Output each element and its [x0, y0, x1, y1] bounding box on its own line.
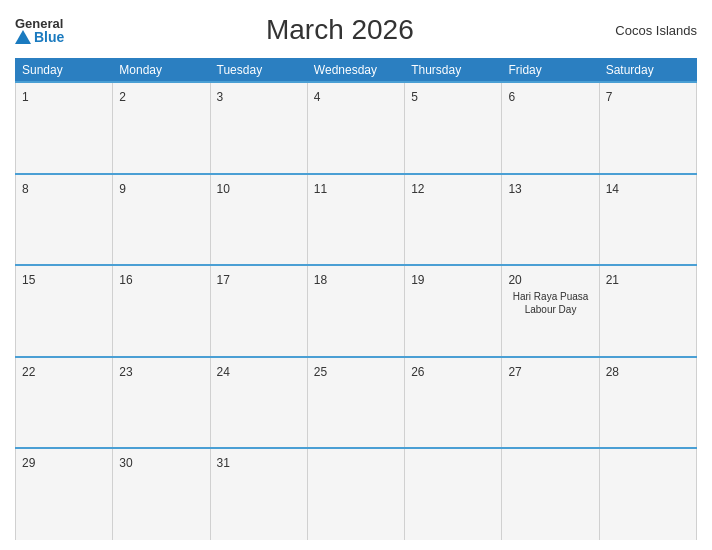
calendar-week-row: 1234567 [16, 82, 697, 174]
calendar-day-cell: 23 [113, 357, 210, 449]
day-number: 7 [606, 90, 613, 104]
day-header-sunday: Sunday [16, 59, 113, 83]
day-number: 29 [22, 456, 35, 470]
day-number: 3 [217, 90, 224, 104]
calendar-day-cell: 20Hari Raya Puasa Labour Day [502, 265, 599, 357]
calendar-day-cell: 4 [307, 82, 404, 174]
calendar-header-row: SundayMondayTuesdayWednesdayThursdayFrid… [16, 59, 697, 83]
day-number: 13 [508, 182, 521, 196]
day-number: 22 [22, 365, 35, 379]
day-number: 23 [119, 365, 132, 379]
day-number: 8 [22, 182, 29, 196]
calendar-day-cell [405, 448, 502, 540]
day-number: 25 [314, 365, 327, 379]
calendar-week-row: 891011121314 [16, 174, 697, 266]
day-number: 31 [217, 456, 230, 470]
calendar-day-cell [307, 448, 404, 540]
calendar-day-cell: 15 [16, 265, 113, 357]
day-number: 21 [606, 273, 619, 287]
calendar-day-cell: 25 [307, 357, 404, 449]
day-header-wednesday: Wednesday [307, 59, 404, 83]
calendar-day-cell: 29 [16, 448, 113, 540]
day-number: 28 [606, 365, 619, 379]
calendar-day-cell: 3 [210, 82, 307, 174]
day-number: 26 [411, 365, 424, 379]
calendar-day-cell: 9 [113, 174, 210, 266]
calendar-day-cell: 11 [307, 174, 404, 266]
calendar-day-cell: 17 [210, 265, 307, 357]
day-number: 14 [606, 182, 619, 196]
calendar-day-cell: 14 [599, 174, 696, 266]
day-header-saturday: Saturday [599, 59, 696, 83]
calendar-day-cell: 24 [210, 357, 307, 449]
day-number: 1 [22, 90, 29, 104]
day-number: 17 [217, 273, 230, 287]
day-header-friday: Friday [502, 59, 599, 83]
day-number: 2 [119, 90, 126, 104]
calendar-day-cell: 13 [502, 174, 599, 266]
calendar-day-cell: 10 [210, 174, 307, 266]
calendar-table: SundayMondayTuesdayWednesdayThursdayFrid… [15, 58, 697, 540]
day-number: 11 [314, 182, 327, 196]
logo-triangle-icon [15, 30, 31, 44]
day-number: 4 [314, 90, 321, 104]
calendar-day-cell: 16 [113, 265, 210, 357]
calendar-day-cell: 2 [113, 82, 210, 174]
calendar-day-cell: 31 [210, 448, 307, 540]
calendar-week-row: 293031 [16, 448, 697, 540]
calendar-day-cell: 12 [405, 174, 502, 266]
calendar-day-cell: 6 [502, 82, 599, 174]
calendar-header: General Blue March 2026 Cocos Islands [15, 10, 697, 50]
calendar-day-cell: 26 [405, 357, 502, 449]
calendar-day-cell: 8 [16, 174, 113, 266]
logo-blue-text: Blue [34, 30, 64, 44]
day-header-monday: Monday [113, 59, 210, 83]
day-number: 24 [217, 365, 230, 379]
calendar-day-cell: 28 [599, 357, 696, 449]
day-number: 15 [22, 273, 35, 287]
calendar-week-row: 22232425262728 [16, 357, 697, 449]
day-number: 20 [508, 273, 521, 287]
calendar-day-cell [599, 448, 696, 540]
region-label: Cocos Islands [615, 23, 697, 38]
logo: General Blue [15, 17, 64, 44]
calendar-week-row: 151617181920Hari Raya Puasa Labour Day21 [16, 265, 697, 357]
calendar-day-cell: 1 [16, 82, 113, 174]
day-number: 30 [119, 456, 132, 470]
day-number: 6 [508, 90, 515, 104]
calendar-day-cell: 22 [16, 357, 113, 449]
calendar-day-cell: 5 [405, 82, 502, 174]
calendar-body: 1234567891011121314151617181920Hari Raya… [16, 82, 697, 540]
logo-general-text: General [15, 17, 63, 30]
event-text: Hari Raya Puasa Labour Day [508, 290, 592, 316]
calendar-day-cell: 27 [502, 357, 599, 449]
calendar-day-cell: 21 [599, 265, 696, 357]
calendar-day-cell: 18 [307, 265, 404, 357]
calendar-day-cell: 30 [113, 448, 210, 540]
calendar-day-cell [502, 448, 599, 540]
day-number: 19 [411, 273, 424, 287]
day-header-tuesday: Tuesday [210, 59, 307, 83]
calendar-title: March 2026 [266, 14, 414, 46]
day-number: 18 [314, 273, 327, 287]
day-number: 27 [508, 365, 521, 379]
calendar-day-cell: 19 [405, 265, 502, 357]
calendar-day-cell: 7 [599, 82, 696, 174]
day-number: 16 [119, 273, 132, 287]
day-header-thursday: Thursday [405, 59, 502, 83]
day-number: 9 [119, 182, 126, 196]
day-number: 10 [217, 182, 230, 196]
day-number: 5 [411, 90, 418, 104]
days-of-week-row: SundayMondayTuesdayWednesdayThursdayFrid… [16, 59, 697, 83]
day-number: 12 [411, 182, 424, 196]
logo-blue-row: Blue [15, 30, 64, 44]
